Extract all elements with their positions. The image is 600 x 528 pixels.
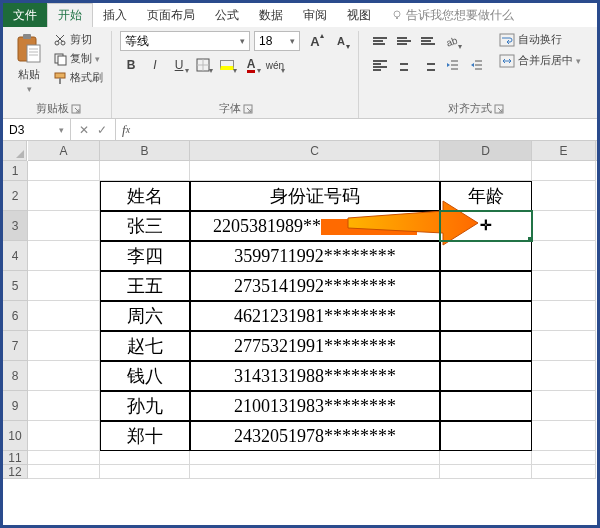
fx-icon[interactable]: fx <box>116 119 136 140</box>
cell-D9[interactable] <box>440 391 532 421</box>
cell-E10[interactable] <box>532 421 596 451</box>
cell-E12[interactable] <box>532 465 596 479</box>
cell-B1[interactable] <box>100 161 190 181</box>
row-header-7[interactable]: 7 <box>3 331 27 361</box>
cell-C10[interactable]: 2432051978******** <box>190 421 440 451</box>
phonetic-guide-button[interactable]: wén <box>264 55 286 75</box>
row-header-4[interactable]: 4 <box>3 241 27 271</box>
cell-A5[interactable] <box>28 271 100 301</box>
wrap-text-button[interactable]: 自动换行 <box>497 31 583 48</box>
tab-home[interactable]: 开始 <box>47 3 93 27</box>
cell-C4[interactable]: 3599711992******** <box>190 241 440 271</box>
cell-D4[interactable] <box>440 241 532 271</box>
dialog-launcher-icon[interactable] <box>494 104 504 114</box>
format-painter-button[interactable]: 格式刷 <box>51 69 105 86</box>
cancel-formula-button[interactable]: ✕ <box>79 123 89 137</box>
cell-B12[interactable] <box>100 465 190 479</box>
cell-D8[interactable] <box>440 361 532 391</box>
cell-C3[interactable]: 2205381989** <box>190 211 440 241</box>
tab-data[interactable]: 数据 <box>249 3 293 27</box>
select-all-corner[interactable] <box>3 141 27 161</box>
formula-input[interactable] <box>136 119 597 140</box>
dialog-launcher-icon[interactable] <box>243 104 253 114</box>
font-size-combo[interactable]: 18▾ <box>254 31 300 51</box>
row-header-8[interactable]: 8 <box>3 361 27 391</box>
align-middle-button[interactable] <box>393 31 415 51</box>
copy-button[interactable]: 复制 ▾ <box>51 50 105 67</box>
cell-A6[interactable] <box>28 301 100 331</box>
cell-D2[interactable]: 年龄 <box>440 181 532 211</box>
cell-C1[interactable] <box>190 161 440 181</box>
row-header-11[interactable]: 11 <box>3 451 27 465</box>
merge-center-button[interactable]: 合并后居中 ▾ <box>497 52 583 69</box>
dialog-launcher-icon[interactable] <box>71 104 81 114</box>
tab-view[interactable]: 视图 <box>337 3 381 27</box>
tab-tell-me[interactable]: 告诉我您想要做什么 <box>381 3 524 27</box>
row-header-6[interactable]: 6 <box>3 301 27 331</box>
tab-page-layout[interactable]: 页面布局 <box>137 3 205 27</box>
decrease-font-size-button[interactable]: A▾ <box>330 31 352 51</box>
cell-E8[interactable] <box>532 361 596 391</box>
cell-C9[interactable]: 2100131983******** <box>190 391 440 421</box>
cell-C6[interactable]: 4621231981******** <box>190 301 440 331</box>
row-header-12[interactable]: 12 <box>3 465 27 479</box>
name-box[interactable]: D3 ▾ <box>3 119 71 140</box>
bold-button[interactable]: B <box>120 55 142 75</box>
cell-A1[interactable] <box>28 161 100 181</box>
align-left-button[interactable] <box>369 55 391 75</box>
cell-B7[interactable]: 赵七 <box>100 331 190 361</box>
cell-D12[interactable] <box>440 465 532 479</box>
cell-D10[interactable] <box>440 421 532 451</box>
align-bottom-button[interactable] <box>417 31 439 51</box>
cell-A12[interactable] <box>28 465 100 479</box>
row-header-10[interactable]: 10 <box>3 421 27 451</box>
tab-review[interactable]: 审阅 <box>293 3 337 27</box>
cell-B3[interactable]: 张三 <box>100 211 190 241</box>
cell-D5[interactable] <box>440 271 532 301</box>
cell-C11[interactable] <box>190 451 440 465</box>
cell-B5[interactable]: 王五 <box>100 271 190 301</box>
cell-C12[interactable] <box>190 465 440 479</box>
underline-button[interactable]: U <box>168 55 190 75</box>
cell-B10[interactable]: 郑十 <box>100 421 190 451</box>
confirm-formula-button[interactable]: ✓ <box>97 123 107 137</box>
cell-E4[interactable] <box>532 241 596 271</box>
cell-E7[interactable] <box>532 331 596 361</box>
column-header-D[interactable]: D <box>440 141 532 160</box>
tab-file[interactable]: 文件 <box>3 3 47 27</box>
row-header-9[interactable]: 9 <box>3 391 27 421</box>
row-header-2[interactable]: 2 <box>3 181 27 211</box>
column-header-B[interactable]: B <box>100 141 190 160</box>
cell-B6[interactable]: 周六 <box>100 301 190 331</box>
fill-color-button[interactable] <box>216 55 238 75</box>
cell-C8[interactable]: 3143131988******** <box>190 361 440 391</box>
orientation-button[interactable]: ab <box>441 31 463 51</box>
cell-D7[interactable] <box>440 331 532 361</box>
paste-button[interactable]: 粘贴 ▾ <box>11 31 47 96</box>
cell-C2[interactable]: 身份证号码 <box>190 181 440 211</box>
cell-A11[interactable] <box>28 451 100 465</box>
cut-button[interactable]: 剪切 <box>51 31 105 48</box>
increase-indent-button[interactable] <box>465 55 487 75</box>
cell-E6[interactable] <box>532 301 596 331</box>
font-name-combo[interactable]: 等线▾ <box>120 31 250 51</box>
cell-C5[interactable]: 2735141992******** <box>190 271 440 301</box>
tab-insert[interactable]: 插入 <box>93 3 137 27</box>
cell-E9[interactable] <box>532 391 596 421</box>
cell-B9[interactable]: 孙九 <box>100 391 190 421</box>
cell-A2[interactable] <box>28 181 100 211</box>
cell-D1[interactable] <box>440 161 532 181</box>
cell-A7[interactable] <box>28 331 100 361</box>
align-right-button[interactable] <box>417 55 439 75</box>
align-top-button[interactable] <box>369 31 391 51</box>
row-header-1[interactable]: 1 <box>3 161 27 181</box>
column-header-A[interactable]: A <box>28 141 100 160</box>
cell-B4[interactable]: 李四 <box>100 241 190 271</box>
cell-A4[interactable] <box>28 241 100 271</box>
cell-B2[interactable]: 姓名 <box>100 181 190 211</box>
cell-E2[interactable] <box>532 181 596 211</box>
cell-E1[interactable] <box>532 161 596 181</box>
decrease-indent-button[interactable] <box>441 55 463 75</box>
cell-B8[interactable]: 钱八 <box>100 361 190 391</box>
cell-C7[interactable]: 2775321991******** <box>190 331 440 361</box>
